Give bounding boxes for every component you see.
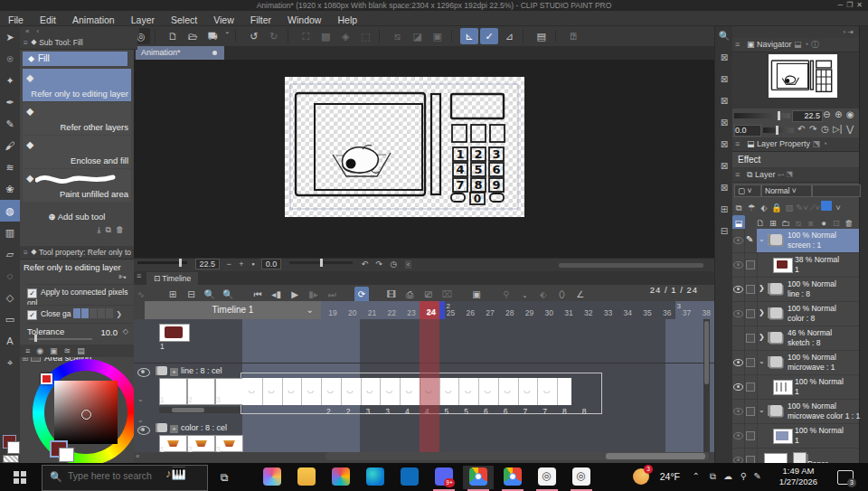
timeline-ruler[interactable]: 1920212223242425262728293031323334353637…	[321, 301, 714, 319]
titlebar[interactable]: Animation* (1920 x 1080px With blank spa…	[0, 0, 868, 11]
material-icon-3[interactable]: ⊠	[715, 91, 733, 113]
pen-tool-icon[interactable]: ✒	[0, 91, 20, 113]
checkbox-icon[interactable]	[746, 260, 755, 269]
menu-edit[interactable]: Edit	[32, 13, 64, 27]
frame-tool-icon[interactable]: ▭	[0, 308, 20, 330]
taskbar-app-chrome[interactable]	[463, 466, 494, 489]
layer-check-cell[interactable]	[744, 302, 758, 326]
selection-fill-icon[interactable]: ◪	[409, 28, 427, 44]
layer-eye-cell[interactable]	[732, 302, 745, 326]
rotate-cw-icon[interactable]: ↷	[375, 260, 382, 269]
layer-row-1[interactable]: 100 % Normal1	[732, 375, 859, 400]
layer-eye-cell[interactable]	[732, 229, 745, 252]
selection-launcher-icon[interactable]: ⧅	[389, 28, 407, 44]
timeline-tab[interactable]: ⊡ Timeline	[146, 272, 198, 285]
pen-settings-icon[interactable]: ✎	[754, 471, 761, 481]
subtool-group-fill[interactable]: ⬥Fill	[23, 52, 127, 66]
close-gap-row[interactable]: ✓Close ga ❯	[27, 305, 134, 323]
tolerance-stepper[interactable]: ◇	[123, 327, 128, 335]
subtool-panel-header[interactable]: ≡⯁ Sub Tool: Fill	[20, 36, 137, 50]
mask-icon[interactable]: ●	[817, 215, 830, 229]
taskbar-search[interactable]: 🔍 ♪🎹	[42, 465, 208, 491]
layer-check-cell[interactable]	[744, 326, 758, 350]
eye-icon[interactable]	[733, 261, 743, 269]
usb-icon[interactable]: ⚲	[741, 471, 747, 481]
line-track-header[interactable]: +line : 8 : cel	[156, 366, 222, 376]
zoom-in-icon[interactable]: ⊕	[835, 109, 842, 119]
opacity-slider[interactable]	[812, 184, 861, 197]
canvas-document[interactable]: 1234567890	[285, 77, 524, 217]
text-tool-icon[interactable]: A	[0, 330, 20, 352]
new-file-icon[interactable]: 🗋	[164, 28, 182, 44]
palette-color-swatch[interactable]	[821, 201, 832, 211]
tolerance-row[interactable]: Tolerance 10.0 ◇	[27, 323, 134, 345]
menu-filter[interactable]: Filter	[242, 13, 279, 27]
navigator-zoom-value[interactable]: 22.5	[792, 110, 823, 122]
checkbox-checked-icon[interactable]: ✓	[27, 288, 37, 298]
tolerance-slider-thumb[interactable]	[34, 335, 37, 342]
taskbar-app-file-explorer[interactable]	[291, 466, 322, 489]
merge-icon[interactable]: ⧆	[805, 215, 817, 229]
zoom-reset-icon[interactable]: ▪	[251, 260, 254, 269]
layer-content[interactable]: ❯46 % Normalsketch : 8	[757, 326, 859, 350]
expand-closed-icon[interactable]: ❯	[759, 333, 765, 341]
subtool-item-2[interactable]: ⬥Enclose and fill	[23, 136, 131, 168]
expand-closed-icon[interactable]: ❯	[759, 284, 765, 292]
expand-closed-icon[interactable]: ❯	[759, 308, 765, 316]
sub-color-swatch[interactable]	[7, 441, 20, 454]
redo-icon[interactable]: ↻	[265, 28, 283, 44]
snap-special-ruler-icon[interactable]: ✓	[480, 28, 498, 44]
wand-tool-icon[interactable]: ✦	[0, 70, 20, 91]
taskbar-app-clip-studio[interactable]	[532, 466, 562, 489]
checkbox-checked-icon[interactable]: ✓	[27, 310, 37, 320]
new-layer-icon[interactable]: 🗋	[754, 215, 767, 229]
flip-h-icon[interactable]: ▷|	[833, 124, 842, 134]
new-vector-layer-icon[interactable]: ⊞	[767, 215, 779, 229]
navigator-rotation-slider[interactable]	[763, 127, 794, 133]
panel-collapse-right[interactable]: › ⇥	[732, 26, 859, 38]
subtool-item-0[interactable]: ⬥Refer only to editing layer	[23, 69, 131, 101]
save-icon[interactable]: ⛟	[203, 28, 222, 44]
zoom-out-icon[interactable]: ⊖	[823, 109, 830, 119]
layer-check-cell[interactable]: ✎	[744, 229, 758, 252]
eye-icon[interactable]	[733, 408, 743, 415]
subtool-item-3[interactable]: ⬥Paint unfilled area	[23, 169, 131, 202]
layer-check-cell[interactable]	[744, 400, 758, 423]
material-icon-7[interactable]: ⊠	[715, 178, 733, 200]
maximize-icon[interactable]: ❐	[846, 1, 856, 9]
taskbar-app-chrome-2[interactable]	[497, 466, 528, 489]
workspace-icon[interactable]: ▤	[533, 28, 551, 44]
menu-help[interactable]: Help	[329, 13, 365, 27]
weather-temp[interactable]: 24°F	[660, 471, 680, 482]
delete-layer-icon[interactable]: 🗑	[843, 215, 855, 229]
layer-check-cell[interactable]	[744, 253, 758, 277]
subtool-item-1[interactable]: ⬥Refer other layers	[23, 102, 131, 135]
panel-menu-icon[interactable]: ≡	[735, 137, 740, 151]
task-view-icon[interactable]: ⧉	[215, 469, 233, 486]
material-icon-6[interactable]: ⊠	[715, 156, 733, 178]
navigator-preview[interactable]	[732, 52, 859, 109]
panel-menu-icon[interactable]: ≡	[735, 168, 740, 182]
color-wheel-panel-header[interactable]: ≡◉▣≋▤	[20, 345, 139, 357]
reselect-icon[interactable]: ▩	[316, 28, 335, 44]
quick-access-icon[interactable]: 🔍	[715, 26, 733, 48]
material-icon-5[interactable]: ⊠	[715, 135, 733, 156]
panel-menu-icon[interactable]: ≡	[137, 271, 141, 280]
layer-row-microwave-1[interactable]: ⌄100 % Normalmicrowave : 1	[732, 351, 859, 375]
material-icon-4[interactable]: ⊠	[715, 113, 733, 135]
panel-collapse-bar[interactable]: «‹	[20, 26, 139, 36]
zoom-100-icon[interactable]: ◉	[846, 109, 854, 119]
layer-check-cell[interactable]	[744, 351, 758, 374]
checkbox-icon[interactable]	[746, 407, 755, 416]
airbrush-tool-icon[interactable]: ≋	[0, 156, 20, 178]
selection-border-icon[interactable]: ⬚	[356, 28, 374, 44]
expand-plus-icon[interactable]: +	[170, 368, 178, 376]
collapse-bar-icon[interactable]: ‹	[405, 260, 411, 269]
playhead-overlay[interactable]	[420, 319, 439, 452]
clip-icon[interactable]: ⬖	[758, 200, 770, 213]
eye-icon[interactable]	[733, 286, 743, 293]
cursor-tool-icon[interactable]: ➤	[0, 26, 20, 48]
lock-icon[interactable]: 🗝	[20, 272, 134, 281]
checkbox-icon[interactable]	[746, 431, 755, 440]
selection-frame-icon[interactable]: ▣	[429, 28, 447, 44]
